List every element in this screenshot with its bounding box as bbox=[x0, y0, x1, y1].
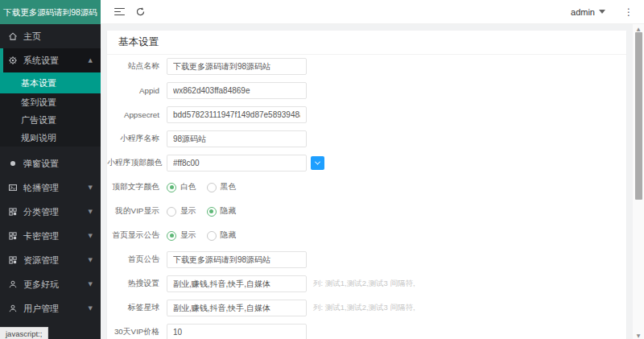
grid-icon bbox=[8, 207, 18, 217]
chevron-down-icon: ▼ bbox=[89, 209, 93, 215]
sidebar-item-carousel[interactable]: 轮播管理 ▼ bbox=[0, 176, 101, 200]
home-notice-input[interactable] bbox=[167, 251, 307, 268]
radio-icon bbox=[207, 231, 217, 241]
field-label: 我的VIP显示 bbox=[107, 206, 167, 217]
topbar-right: admin ⋮ bbox=[571, 6, 636, 18]
sidebar-item-label: 用户管理 bbox=[23, 303, 59, 315]
topbar: admin ⋮ bbox=[101, 0, 644, 24]
field-label: Appsecret bbox=[107, 110, 167, 119]
radio-hide[interactable]: 隐藏 bbox=[207, 230, 237, 241]
radio-icon bbox=[167, 231, 176, 241]
chevron-down-icon: ▼ bbox=[89, 233, 93, 239]
user-icon bbox=[8, 279, 18, 289]
site-name-input[interactable] bbox=[167, 58, 307, 75]
field-label: 首页公告 bbox=[107, 254, 167, 265]
field-label: 首页显示公告 bbox=[107, 230, 167, 241]
refresh-button[interactable] bbox=[130, 3, 151, 21]
miniapp-name-input[interactable] bbox=[167, 130, 307, 147]
sidebar-item-home[interactable]: 主页 bbox=[0, 24, 101, 48]
sidebar-item-label: 主页 bbox=[23, 31, 41, 43]
field-label: 热搜设置 bbox=[107, 279, 167, 289]
user-menu[interactable]: admin bbox=[571, 7, 605, 17]
image-icon bbox=[8, 183, 18, 192]
sidebar: 下载更多源码请到98源码 主页 系统设置 ▲ 基本设置 签到设置 广告设置 规则… bbox=[0, 0, 101, 339]
form-row-top-color: 小程序顶部颜色 bbox=[107, 155, 626, 172]
top-color-input[interactable] bbox=[167, 155, 307, 172]
sidebar-item-more-fun[interactable]: 更多好玩 ▼ bbox=[0, 272, 101, 296]
field-label: 标签星球 bbox=[107, 303, 167, 313]
vip-visibility-radio-group: 显示 隐藏 bbox=[167, 206, 236, 217]
sidebar-subitem-basic-settings[interactable]: 基本设置 bbox=[0, 72, 101, 93]
logo-banner: 下载更多源码请到98源码 bbox=[0, 0, 101, 24]
home-icon bbox=[8, 31, 18, 41]
color-picker-button[interactable] bbox=[311, 156, 324, 170]
sidebar-subitem-ad-settings[interactable]: 广告设置 bbox=[0, 111, 101, 129]
form-row-home-notice: 首页公告 bbox=[107, 251, 626, 268]
form-row-hot-search: 热搜设置 列: 测试1,测试2,测试3 间隔符, bbox=[107, 275, 626, 292]
form-row-notice-visibility: 首页显示公告 显示 隐藏 bbox=[107, 227, 626, 244]
settings-form: 站点名称 Appid Appsecret 小程序名称 bbox=[107, 55, 626, 339]
radio-show[interactable]: 显示 bbox=[167, 206, 196, 217]
radio-icon bbox=[207, 207, 217, 217]
hot-search-input[interactable] bbox=[167, 275, 307, 292]
form-row-vip-visibility: 我的VIP显示 显示 隐藏 bbox=[107, 203, 626, 220]
vertical-scrollbar[interactable]: ▲ ▼ bbox=[633, 24, 644, 339]
form-row-appsecret: Appsecret bbox=[107, 106, 626, 123]
appid-input[interactable] bbox=[167, 82, 307, 99]
field-hint: 列: 测试1,测试2,测试3 间隔符, bbox=[313, 279, 415, 289]
radio-black[interactable]: 黑色 bbox=[207, 182, 237, 192]
radio-icon bbox=[207, 183, 217, 192]
sidebar-item-user-management[interactable]: 用户管理 ▼ bbox=[0, 296, 101, 320]
sidebar-item-popup-settings[interactable]: 弹窗设置 bbox=[0, 151, 101, 176]
chevron-down-icon bbox=[315, 159, 320, 165]
top-text-color-radio-group: 白色 黑色 bbox=[167, 182, 236, 192]
radio-hide[interactable]: 隐藏 bbox=[207, 206, 237, 217]
sidebar-item-label: 分类管理 bbox=[23, 206, 59, 218]
scroll-down-icon[interactable]: ▼ bbox=[633, 331, 644, 339]
form-row-site-name: 站点名称 bbox=[107, 58, 626, 75]
chevron-down-icon bbox=[599, 10, 605, 14]
main-area: admin ⋮ 基本设置 站点名称 Appid bbox=[101, 0, 644, 339]
radio-show[interactable]: 显示 bbox=[167, 230, 196, 241]
more-vertical-icon[interactable]: ⋮ bbox=[621, 6, 636, 18]
collapse-menu-icon bbox=[114, 8, 125, 16]
sidebar-item-label: 资源管理 bbox=[23, 254, 59, 267]
field-label: 30天VIP价格 bbox=[107, 327, 167, 337]
field-label: 站点名称 bbox=[107, 61, 167, 72]
collapse-menu-button[interactable] bbox=[109, 3, 130, 21]
field-label: 顶部文字颜色 bbox=[107, 182, 167, 192]
form-row-top-text-color: 顶部文字颜色 白色 黑色 bbox=[107, 179, 626, 196]
field-label: 小程序顶部颜色 bbox=[107, 158, 167, 168]
notice-visibility-radio-group: 显示 隐藏 bbox=[167, 230, 236, 241]
sidebar-item-category[interactable]: 分类管理 ▼ bbox=[0, 200, 101, 224]
scroll-up-icon[interactable]: ▲ bbox=[633, 24, 644, 32]
refresh-icon bbox=[135, 6, 146, 17]
browser-status-tooltip: javascript:; bbox=[0, 327, 48, 339]
sidebar-item-label: 卡密管理 bbox=[23, 230, 59, 242]
chevron-up-icon: ▲ bbox=[89, 57, 93, 64]
settings-card: 基本设置 站点名称 Appid Appsecret bbox=[107, 31, 626, 339]
dot-icon bbox=[8, 159, 18, 168]
sidebar-item-label: 弹窗设置 bbox=[23, 158, 59, 170]
sidebar-item-label: 轮播管理 bbox=[23, 182, 59, 194]
sidebar-subitem-checkin-settings[interactable]: 签到设置 bbox=[0, 93, 101, 111]
sidebar-item-cardkey[interactable]: 卡密管理 ▼ bbox=[0, 224, 101, 248]
sidebar-item-label: 更多好玩 bbox=[23, 279, 59, 291]
user-icon bbox=[8, 304, 18, 313]
card-title: 基本设置 bbox=[107, 31, 626, 55]
chevron-down-icon: ▼ bbox=[89, 184, 93, 191]
vip-price-input[interactable] bbox=[167, 324, 307, 339]
tag-planet-input[interactable] bbox=[167, 300, 307, 316]
sidebar-item-system-settings[interactable]: 系统设置 ▲ bbox=[0, 48, 101, 72]
sidebar-item-resources[interactable]: 资源管理 ▼ bbox=[0, 248, 101, 272]
chevron-down-icon: ▼ bbox=[89, 257, 93, 263]
radio-white[interactable]: 白色 bbox=[167, 182, 196, 192]
scrollbar-thumb[interactable] bbox=[635, 32, 642, 200]
sidebar-subitem-rules[interactable]: 规则说明 bbox=[0, 129, 101, 147]
form-row-vip-price: 30天VIP价格 bbox=[107, 324, 626, 339]
form-row-tag-planet: 标签星球 列: 测试1,测试2,测试3 间隔符, bbox=[107, 300, 626, 316]
appsecret-input[interactable] bbox=[167, 106, 307, 123]
form-row-appid: Appid bbox=[107, 82, 626, 99]
username: admin bbox=[571, 7, 595, 17]
gear-icon bbox=[8, 56, 18, 65]
